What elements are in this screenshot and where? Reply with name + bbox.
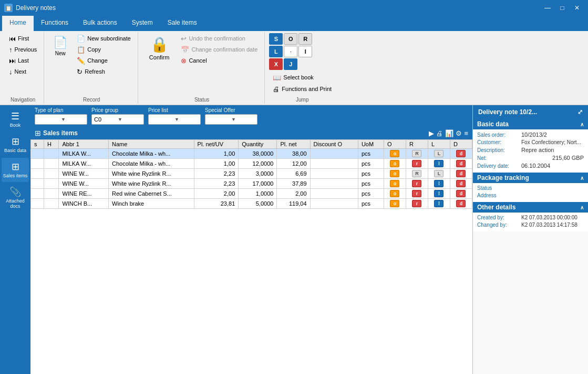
- jump-i-btn[interactable]: I: [298, 46, 312, 57]
- sidebar-item-attached-docs[interactable]: 📎 Attached docs: [2, 183, 29, 213]
- l-btn[interactable]: l: [434, 190, 443, 197]
- pkg-address-row: Address: [477, 193, 584, 198]
- table-row[interactable]: WINE RE... Red wine Cabernet S... 2,00 1…: [31, 189, 472, 199]
- d-btn[interactable]: d: [456, 150, 466, 157]
- new-subordinate-button[interactable]: 📄 New subordinate: [73, 33, 135, 44]
- jump-s-btn[interactable]: S: [269, 33, 283, 45]
- description-label: Description:: [477, 147, 519, 153]
- undo-confirmation-button[interactable]: ↩ Undo the confirmation: [177, 33, 261, 44]
- o-btn[interactable]: o: [390, 170, 399, 177]
- table-row[interactable]: WINCH B... Winch brake 23,81 5,0000 119,…: [31, 199, 472, 209]
- basic-data-section-header[interactable]: Basic data ∧: [473, 119, 588, 129]
- other-details-section-header[interactable]: Other details ∧: [473, 202, 588, 213]
- window-controls: — □ ✕: [541, 2, 584, 14]
- o-btn[interactable]: o: [390, 180, 399, 187]
- jump-j-btn[interactable]: J: [284, 58, 297, 70]
- jump-o-btn[interactable]: O: [284, 33, 297, 45]
- sidebar-item-basic-data[interactable]: ⊞ Basic data: [2, 133, 29, 157]
- print-table-icon[interactable]: 🖨: [436, 129, 443, 137]
- tab-home[interactable]: Home: [2, 16, 34, 31]
- close-button[interactable]: ✕: [570, 2, 584, 14]
- expand-icon[interactable]: ⤢: [577, 108, 583, 116]
- first-button[interactable]: ⏮ First: [5, 33, 40, 44]
- d-btn[interactable]: d: [456, 170, 466, 177]
- r-btn[interactable]: r: [412, 200, 421, 207]
- price-group-value: C0: [94, 116, 118, 123]
- table-scroll[interactable]: s H Abbr 1 Name Pl. net/UV Quantity Pl. …: [30, 139, 472, 374]
- filter-special-offer: Special Offer ▼: [205, 107, 257, 125]
- new-button[interactable]: 📄 New: [48, 33, 72, 59]
- jump-r-btn[interactable]: R: [298, 33, 312, 45]
- change-button[interactable]: ✏️ Change: [73, 55, 135, 66]
- type-of-plan-select[interactable]: ▼: [35, 114, 87, 125]
- r-btn[interactable]: r: [412, 180, 421, 187]
- l-btn[interactable]: l: [434, 200, 443, 207]
- tab-functions[interactable]: Functions: [34, 16, 76, 31]
- created-by-row: Created by: K2 07.03.2013 00:00:00: [477, 215, 584, 220]
- previous-button[interactable]: ↑ Previous: [5, 44, 40, 55]
- menu-icon[interactable]: ≡: [464, 129, 468, 137]
- cell-d: d: [450, 199, 472, 209]
- last-button[interactable]: ⏭ Last: [5, 55, 40, 66]
- functions-print-button[interactable]: 🖨 Functions and Print: [269, 84, 335, 94]
- cell-r: R: [406, 149, 428, 159]
- play-icon[interactable]: ▶: [429, 129, 434, 137]
- l-btn[interactable]: l: [434, 180, 443, 187]
- new-sub-label: New subordinate: [87, 35, 131, 42]
- tab-bulk-actions[interactable]: Bulk actions: [76, 16, 125, 31]
- cell-d: d: [450, 179, 472, 189]
- confirm-button[interactable]: 🔒 Confirm: [142, 33, 177, 63]
- o-btn[interactable]: o: [390, 200, 399, 207]
- cell-name: Red wine Cabernet S...: [109, 189, 194, 199]
- cell-pl-net: 38,00: [277, 149, 310, 159]
- package-tracking-section-header[interactable]: Package tracking ∧: [473, 173, 588, 183]
- net-row: Net: 215,60 GBP: [477, 155, 584, 161]
- jump-dot1-btn[interactable]: ·: [284, 46, 297, 57]
- r-btn[interactable]: r: [412, 160, 421, 167]
- jump-l-btn[interactable]: L: [269, 46, 283, 57]
- cell-discount: [310, 199, 358, 209]
- o-btn[interactable]: o: [390, 160, 399, 167]
- l-btn[interactable]: l: [434, 160, 443, 167]
- cell-h: [44, 169, 59, 179]
- tab-system[interactable]: System: [125, 16, 160, 31]
- confirm-label: Confirm: [149, 54, 170, 60]
- sidebar-item-home[interactable]: ☰ Book: [2, 107, 29, 132]
- maximize-button[interactable]: □: [555, 2, 569, 14]
- sidebar-docs-label: Attached docs: [3, 199, 28, 209]
- print-icon: 🖨: [273, 85, 280, 93]
- table-row[interactable]: WINE W... White wine Ryzlink R... 2,23 3…: [31, 169, 472, 179]
- sidebar-item-sales-items[interactable]: ⊞ Sales items: [2, 158, 29, 182]
- cell-uom: pcs: [358, 159, 384, 169]
- next-button[interactable]: ↓ Next: [5, 66, 40, 77]
- tab-sale-items[interactable]: Sale items: [160, 16, 204, 31]
- special-offer-select[interactable]: ▼: [205, 114, 257, 125]
- d-btn[interactable]: d: [456, 200, 466, 207]
- chart-icon[interactable]: 📊: [445, 129, 453, 137]
- sales-items-table: s H Abbr 1 Name Pl. net/UV Quantity Pl. …: [30, 139, 472, 209]
- o-btn[interactable]: o: [390, 150, 399, 157]
- cancel-button[interactable]: ⊗ Cancel: [177, 55, 261, 66]
- select-book-button[interactable]: 📖 Select book: [269, 72, 335, 83]
- l-btn[interactable]: L: [434, 170, 443, 177]
- change-conf-label: Change confirmation date: [191, 46, 257, 53]
- r-btn[interactable]: r: [412, 190, 421, 197]
- d-btn[interactable]: d: [456, 190, 466, 197]
- table-row[interactable]: MILKA W... Chocolate Milka - wh... 1,00 …: [31, 149, 472, 159]
- table-row[interactable]: WINE W... White wine Ryzlink R... 2,23 1…: [31, 179, 472, 189]
- r-btn[interactable]: R: [412, 150, 421, 157]
- minimize-button[interactable]: —: [541, 2, 554, 14]
- l-btn[interactable]: L: [434, 150, 443, 157]
- o-btn[interactable]: o: [390, 190, 399, 197]
- table-row[interactable]: MILKA W... Chocolate Milka - wh... 1,00 …: [31, 159, 472, 169]
- change-confirmation-date-button[interactable]: 📅 Change confirmation date: [177, 44, 261, 55]
- settings-icon[interactable]: ⚙: [456, 129, 462, 137]
- r-btn[interactable]: R: [412, 170, 421, 177]
- refresh-button[interactable]: ↻ Refresh: [73, 66, 135, 77]
- d-btn[interactable]: d: [456, 180, 466, 187]
- price-group-select[interactable]: C0 ▼: [91, 114, 144, 125]
- price-list-select[interactable]: ▼: [148, 114, 201, 125]
- copy-button[interactable]: 📋 Copy: [73, 44, 135, 55]
- d-btn[interactable]: d: [456, 160, 466, 167]
- jump-x-btn[interactable]: X: [269, 58, 283, 70]
